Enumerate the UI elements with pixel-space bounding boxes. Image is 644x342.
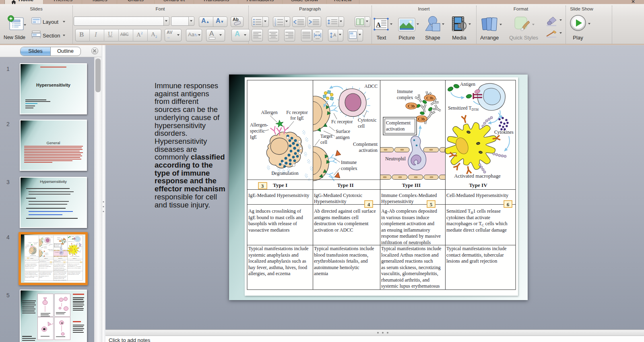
svg-text:A: A bbox=[333, 33, 336, 37]
svg-text:3: 3 bbox=[275, 23, 276, 26]
svg-text:A: A bbox=[376, 21, 381, 29]
